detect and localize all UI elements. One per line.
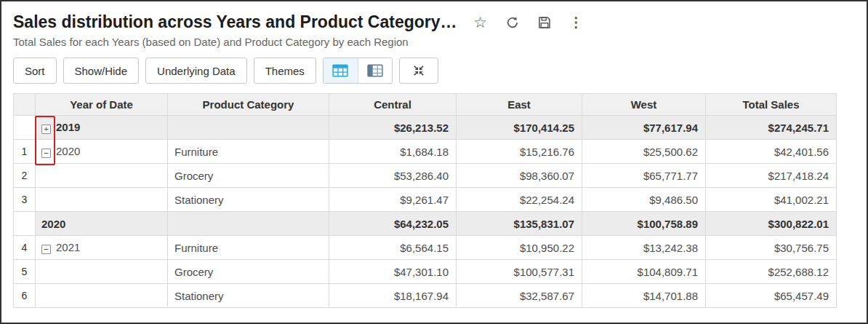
year-cell: 2019 [56, 121, 80, 133]
total-value: $217,418.24 [706, 164, 837, 188]
east-value: $98,360.07 [457, 164, 582, 188]
row-number: 1 [14, 140, 36, 164]
central-value: $18,167.94 [329, 284, 457, 308]
corner-header [14, 94, 36, 116]
header-row: Year of Date Product Category Central Ea… [14, 94, 837, 116]
collapse-all-button[interactable] [399, 58, 438, 84]
page-title: Sales distribution across Years and Prod… [13, 12, 457, 32]
row-number: 6 [14, 284, 36, 308]
east-value: $32,587.67 [457, 284, 582, 308]
column-header-east: East [457, 94, 582, 116]
central-value: $64,232.05 [329, 212, 457, 236]
central-value: $26,213.52 [329, 116, 457, 140]
column-header-year: Year of Date [36, 94, 168, 116]
west-value: $25,500.62 [582, 140, 706, 164]
east-value: $170,414.25 [457, 116, 582, 140]
year-cell: 2021 [56, 241, 80, 253]
toolbar: Sort Show/Hide Underlying Data Themes [13, 58, 855, 84]
column-header-category: Product Category [168, 94, 329, 116]
category-cell [168, 116, 329, 140]
west-value: $14,701.88 [582, 284, 706, 308]
year-cell: 2020 [56, 145, 80, 157]
underlying-data-button[interactable]: Underlying Data [145, 58, 247, 84]
save-icon[interactable] [537, 15, 552, 31]
year-cell [36, 260, 168, 284]
central-value: $9,261.47 [329, 188, 457, 212]
report-window: Sales distribution across Years and Prod… [0, 0, 868, 324]
title-actions: ☆ ⋮ [473, 15, 584, 31]
more-options-icon[interactable]: ⋮ [569, 15, 584, 31]
favorite-star-icon[interactable]: ☆ [473, 15, 488, 31]
column-header-west: West [582, 94, 706, 116]
header-bar: Sales distribution across Years and Prod… [13, 12, 855, 32]
central-value: $1,684.18 [329, 140, 457, 164]
themes-button[interactable]: Themes [254, 58, 316, 84]
category-cell: Furniture [168, 140, 329, 164]
collapse-toggle[interactable]: − [41, 149, 51, 158]
subtotal-row: 2020 $64,232.05 $135,831.07 $100,758.89 … [14, 212, 837, 236]
table-row: 1 −2020 Furniture $1,684.18 $15,216.76 $… [14, 140, 837, 164]
west-value: $65,771.77 [582, 164, 706, 188]
east-value: $10,950.22 [457, 236, 582, 260]
total-value: $41,002.21 [706, 188, 837, 212]
refresh-icon[interactable] [505, 15, 520, 31]
central-value: $6,564.15 [329, 236, 457, 260]
table-row: 3 Stationery $9,261.47 $22,254.24 $9,486… [14, 188, 837, 212]
row-number: 4 [14, 236, 36, 260]
west-value: $100,758.89 [582, 212, 706, 236]
report-description: Total Sales for each Years (based on Dat… [13, 36, 855, 48]
total-value: $30,756.75 [706, 236, 837, 260]
east-value: $22,254.24 [457, 188, 582, 212]
table-row: 2 Grocery $53,286.40 $98,360.07 $65,771.… [14, 164, 837, 188]
category-cell: Stationery [168, 284, 329, 308]
west-value: $9,486.50 [582, 188, 706, 212]
total-value: $252,688.12 [706, 260, 837, 284]
east-value: $100,577.31 [457, 260, 582, 284]
table-row: 5 Grocery $47,301.10 $100,577.31 $104,80… [14, 260, 837, 284]
east-value: $15,216.76 [457, 140, 582, 164]
year-cell [36, 284, 168, 308]
column-header-central: Central [329, 94, 457, 116]
category-cell: Grocery [168, 164, 329, 188]
pivot-table: Year of Date Product Category Central Ea… [13, 93, 836, 308]
sort-button[interactable]: Sort [13, 58, 57, 84]
row-number: 3 [14, 188, 36, 212]
table-row: 4 −2021 Furniture $6,564.15 $10,950.22 $… [14, 236, 837, 260]
central-value: $53,286.40 [329, 164, 457, 188]
collapse-arrows-icon [412, 64, 425, 77]
year-cell [36, 188, 168, 212]
pivot-view-icon[interactable] [358, 58, 392, 83]
expand-toggle[interactable]: + [41, 125, 51, 134]
west-value: $104,809.71 [582, 260, 706, 284]
row-number: 2 [14, 164, 36, 188]
table-row: +2019 $26,213.52 $170,414.25 $77,617.94 … [14, 116, 837, 140]
category-cell: Stationery [168, 188, 329, 212]
east-value: $135,831.07 [457, 212, 582, 236]
category-cell: Grocery [168, 260, 329, 284]
total-value: $42,401.56 [706, 140, 837, 164]
row-number: 5 [14, 260, 36, 284]
total-value: $274,245.71 [706, 116, 837, 140]
collapse-toggle[interactable]: − [41, 245, 51, 254]
west-value: $13,242.38 [582, 236, 706, 260]
year-cell: 2020 [36, 212, 168, 236]
total-value: $300,822.01 [706, 212, 837, 236]
view-switcher [323, 58, 393, 84]
column-header-total: Total Sales [706, 94, 837, 116]
year-cell [36, 164, 168, 188]
grid-view-icon[interactable] [324, 58, 358, 83]
row-number [14, 116, 36, 140]
west-value: $77,617.94 [582, 116, 706, 140]
category-cell [168, 212, 329, 236]
table-row: 6 Stationery $18,167.94 $32,587.67 $14,7… [14, 284, 837, 308]
row-number [14, 212, 36, 236]
show-hide-button[interactable]: Show/Hide [63, 58, 140, 84]
category-cell: Furniture [168, 236, 329, 260]
total-value: $65,457.49 [706, 284, 837, 308]
central-value: $47,301.10 [329, 260, 457, 284]
